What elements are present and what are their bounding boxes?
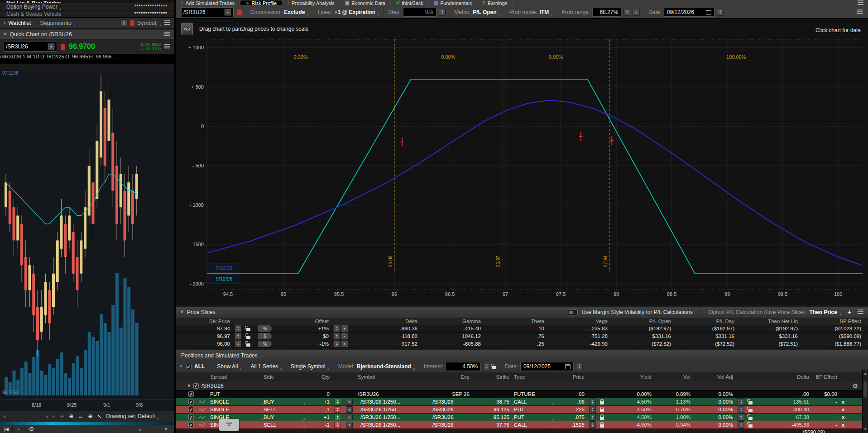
qty-value[interactable]: +1 bbox=[305, 399, 334, 404]
position-chart-icon[interactable] bbox=[198, 400, 205, 404]
menu-icon[interactable] bbox=[164, 44, 170, 49]
scroll-thumb[interactable] bbox=[863, 381, 867, 397]
scroll-down-icon[interactable]: ▼ bbox=[863, 427, 868, 431]
slice-price[interactable]: 96.00 bbox=[176, 341, 235, 347]
price-stepper[interactable]: ▴▾ bbox=[589, 406, 596, 413]
qty-stepper[interactable]: ▴▾ bbox=[334, 414, 341, 420]
slice-offset[interactable]: -1% bbox=[279, 341, 333, 347]
menu-icon[interactable] bbox=[858, 309, 863, 315]
type-value[interactable]: CALL bbox=[514, 399, 554, 404]
chevron-right-icon[interactable]: › bbox=[4, 20, 5, 26]
lines-selector[interactable]: Lines: +1 @ Expiration bbox=[317, 9, 379, 15]
zoom-in-icon[interactable]: ⊕ bbox=[69, 413, 73, 419]
risk-profile-chart-panel[interactable]: + 1000+ 5000- 500- 1000- 1500- 200096.00… bbox=[176, 19, 868, 305]
price-slice-row[interactable]: 96.00▴▾%-1%▴▾▾917.52-805.88.25-426.90($7… bbox=[176, 340, 868, 348]
slice-price-stepper[interactable]: ▴▾ bbox=[235, 325, 241, 332]
pan-icon[interactable]: ↔ bbox=[78, 413, 83, 419]
add-button[interactable]: + bbox=[13, 425, 25, 433]
panel-down-icon[interactable]: ▼ bbox=[163, 426, 168, 432]
chevron-down-icon[interactable]: ˅ bbox=[4, 31, 7, 38]
qty-stepper[interactable]: ▴▾ bbox=[334, 422, 341, 428]
prob-mode-selector[interactable]: Prob mode: ITM bbox=[509, 9, 553, 15]
trade-row-sell-96.125[interactable]: ✓SINGLESELL-1▴▾▾/SR3U26 1/250.../SR3U269… bbox=[176, 406, 868, 414]
tab-add-simulated-trades[interactable]: +Add Simulated Trades bbox=[176, 0, 240, 6]
unlock-icon[interactable] bbox=[748, 409, 753, 412]
offset-unit-badge[interactable]: % bbox=[258, 325, 272, 332]
all-checkbox[interactable]: ✓ bbox=[186, 364, 192, 369]
tab-probability-analysis[interactable]: ↑Probability Analysis bbox=[282, 0, 340, 6]
price-stepper[interactable]: ▴▾ bbox=[589, 414, 596, 421]
chevron-down-icon[interactable]: ˅ bbox=[180, 309, 183, 315]
account-row-buying-power[interactable]: Option Buying Power *************** bbox=[0, 3, 174, 10]
side-value[interactable]: BUY bbox=[264, 414, 305, 420]
strike-value[interactable]: 98.75 bbox=[474, 399, 514, 404]
vol-adj-stepper[interactable]: ▴▾ bbox=[738, 398, 744, 405]
symbol-dropdown[interactable]: /SR3U26 ▾ bbox=[181, 7, 234, 17]
qty-stepper[interactable]: ▴▾ bbox=[334, 406, 341, 413]
qty-value[interactable]: +1 bbox=[305, 414, 334, 420]
chevron-down-icon[interactable]: ▾ bbox=[341, 325, 348, 332]
type-value[interactable]: CALL bbox=[514, 422, 554, 428]
watchlist-tab-seguimiento[interactable]: Seguimiento bbox=[40, 20, 76, 26]
lock-icon[interactable] bbox=[600, 424, 604, 428]
vol-adj-value[interactable]: 0.00% bbox=[695, 422, 738, 428]
unlock-icon[interactable] bbox=[748, 417, 753, 420]
slice-offset[interactable]: +1% bbox=[279, 326, 333, 331]
spread-value[interactable]: SINGLE bbox=[210, 399, 264, 404]
price-value[interactable]: .06 bbox=[554, 399, 589, 404]
step-input[interactable]: N/A bbox=[403, 8, 436, 17]
crosshair-icon[interactable]: ⊕ bbox=[88, 413, 92, 419]
spread-value[interactable]: SINGLE bbox=[210, 407, 264, 412]
gear-icon[interactable]: ⚙ bbox=[852, 382, 858, 390]
interest-input[interactable]: 4.50% bbox=[446, 362, 481, 371]
vol-adj-value[interactable]: 0.00% bbox=[695, 399, 738, 404]
chevron-down-icon[interactable]: ▾ bbox=[633, 9, 640, 16]
unlock-icon[interactable] bbox=[246, 328, 250, 331]
qty-value[interactable]: -1 bbox=[305, 407, 334, 412]
menu-icon[interactable] bbox=[164, 20, 170, 26]
lock-icon[interactable] bbox=[600, 401, 604, 404]
row-checkbox[interactable]: ✓ bbox=[188, 414, 194, 420]
position-chart-icon[interactable] bbox=[198, 407, 205, 412]
positions-date-input[interactable]: 09/12/2025 bbox=[520, 362, 574, 371]
account-row-cash-sweep[interactable]: Cash & Sweep Vehicle *************** bbox=[0, 10, 174, 18]
scroll-left-icon[interactable]: ◂ bbox=[3, 413, 5, 419]
price-slice-row[interactable]: 96.97▴▾$$0▴▾▾-118.80-1046.12.76-751.28$3… bbox=[176, 333, 868, 340]
chevron-down-icon[interactable]: ▾ bbox=[346, 422, 353, 428]
trade-row-sell-97.75[interactable]: ✓SINGLESELL-1▴▾▾/SR3U26 1/250.../SR3U269… bbox=[176, 421, 868, 429]
strike-value[interactable]: 97.75 bbox=[474, 422, 514, 428]
tab-thinkback[interactable]: ↺thinkBack bbox=[391, 0, 429, 6]
menu-icon[interactable] bbox=[164, 32, 170, 37]
chevron-down-icon[interactable]: ▾ bbox=[346, 414, 353, 420]
side-value[interactable]: SELL bbox=[264, 407, 305, 412]
commission-selector[interactable]: Commission: Exclude bbox=[250, 9, 309, 15]
unlock-icon[interactable] bbox=[748, 424, 753, 428]
calendar-icon[interactable] bbox=[706, 10, 711, 15]
gear-icon[interactable]: ⚙ bbox=[25, 425, 38, 433]
slice-price[interactable]: 97.94 bbox=[176, 326, 235, 331]
slice-price[interactable]: 96.97 bbox=[176, 333, 235, 339]
show-filter[interactable]: Show All bbox=[217, 363, 242, 370]
zoom-out-icon[interactable]: ⊖ bbox=[60, 413, 64, 419]
risk-profile-plot[interactable]: + 1000+ 5000- 500- 1000- 1500- 200096.00… bbox=[176, 19, 868, 307]
trade-row-buy-98.75[interactable]: ✓SINGLEBUY+1▴▾▾/SR3U26 1/250.../SR3U2698… bbox=[176, 398, 868, 406]
cursor-icon[interactable]: ↖ bbox=[97, 413, 101, 419]
unlock-icon[interactable] bbox=[246, 343, 250, 347]
date-input[interactable]: 09/12/2026 bbox=[664, 8, 715, 17]
offset-unit-badge[interactable]: % bbox=[258, 341, 272, 347]
series-filter[interactable]: All 1 Series bbox=[250, 363, 282, 370]
chevron-down-icon[interactable]: ▾ bbox=[346, 399, 353, 405]
futures-row[interactable]: ✓FUT0/SR3U26SEP 26FUTURE.000.00%0.89%0.0… bbox=[176, 390, 868, 398]
watchlist-stepper[interactable]: ▴▾ bbox=[120, 19, 127, 27]
remove-row-button[interactable]: x bbox=[842, 407, 857, 412]
position-chart-icon[interactable] bbox=[198, 423, 205, 428]
interest-stepper[interactable]: ▴▾ bbox=[483, 363, 490, 370]
add-slice-button[interactable]: + bbox=[848, 309, 851, 316]
chevron-down-icon[interactable]: ▾ bbox=[341, 340, 348, 347]
chevron-down-icon[interactable]: ▾ bbox=[341, 333, 348, 340]
vol-adj-value[interactable]: 0.00% bbox=[695, 414, 738, 420]
lock-icon[interactable] bbox=[600, 417, 604, 420]
scroll-to-top-button[interactable]: ▲ bbox=[219, 419, 239, 431]
watchlist-title[interactable]: Watchlist bbox=[8, 20, 31, 26]
collapse-left-button[interactable]: |◀ bbox=[0, 425, 13, 433]
